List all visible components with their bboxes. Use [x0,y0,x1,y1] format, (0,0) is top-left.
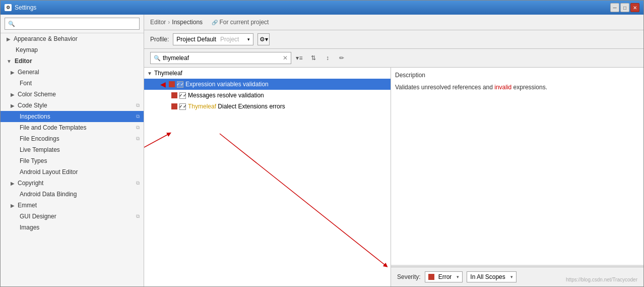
sidebar-item-label: Appearance & Behavior [14,35,78,42]
tree-checkbox[interactable]: ✓ [179,92,186,99]
collapse-all-button[interactable]: ↕ [321,52,334,64]
watermark: https://blog.csdn.net/Tracycoder [566,277,637,282]
link-icon: 🔗 [212,20,218,25]
sidebar-search-box[interactable]: 🔍 [5,18,140,30]
sidebar-item-filetypes[interactable]: File Types [1,155,144,166]
sidebar-search-input[interactable] [17,20,136,27]
severity-color-box [169,81,175,87]
sidebar-item-fileencodings[interactable]: File Encodings ⧉ [1,133,144,144]
sidebar-item-copyright[interactable]: ▶ Copyright ⧉ [1,178,144,189]
copy-icon: ⧉ [136,125,140,131]
severity-color-box [171,103,177,109]
search-icon: 🔍 [8,21,15,27]
chevron-right-icon: ▶ [11,103,15,108]
desc-panel-wrapper: Description Validates unresolved referen… [391,68,643,286]
settings-window: ⚙ Settings ─ □ ✕ 🔍 ▶ Appearance & Behavi… [0,0,644,287]
severity-arrow-icon: ▾ [457,274,459,279]
sidebar-item-label: Code Style [18,102,47,109]
breadcrumb-editor[interactable]: Editor [150,19,166,26]
breadcrumb-current: Inspections [172,19,203,26]
tree-item-msg-resolve[interactable]: ✓ Messages resolve validation [144,90,391,101]
search-field[interactable]: 🔍 ✕ [150,52,291,64]
right-panel: Editor › Inspections 🔗 For current proje… [144,15,643,286]
title-bar: ⚙ Settings ─ □ ✕ [1,1,643,15]
sidebar-item-androidlayout[interactable]: Android Layout Editor [1,166,144,178]
copy-icon: ⧉ [136,102,140,108]
chevron-down-icon: ▼ [147,71,152,76]
maximize-button[interactable]: □ [620,3,629,12]
profile-bar: Profile: Project Default Project ▾ ⚙▾ [144,30,643,49]
expand-all-icon: ⇅ [311,54,316,62]
profile-gear-button[interactable]: ⚙▾ [257,33,270,45]
search-input[interactable] [163,54,281,62]
sidebar-item-label: Keymap [16,46,38,53]
scope-label: In All Scopes [470,273,505,280]
thymeleaf-label: Thymeleaf [154,70,182,77]
error-label: Error [438,273,452,280]
search-clear-button[interactable]: ✕ [283,54,288,62]
minimize-button[interactable]: ─ [610,3,619,12]
sidebar-item-emmet[interactable]: ▶ Emmet [1,200,144,211]
sidebar-item-images[interactable]: Images [1,222,144,233]
desc-text-before: Validates unresolved references and [395,84,494,91]
sidebar-item-androiddatabinding[interactable]: Android Data Binding [1,189,144,200]
sidebar-search-area: 🔍 [1,15,144,33]
scope-select[interactable]: In All Scopes ▾ [467,271,516,282]
description-title: Description [395,72,639,79]
chevron-right-icon: ▶ [11,181,15,186]
sidebar-item-editor[interactable]: ▼ Editor [1,55,144,67]
breadcrumb-separator: › [168,19,170,26]
profile-select[interactable]: Project Default Project ▾ [173,33,253,45]
severity-color-box [171,92,177,98]
copy-icon: ⧉ [136,213,140,219]
sidebar-item-codestyle[interactable]: ▶ Code Style ⧉ [1,100,144,111]
close-button[interactable]: ✕ [630,3,639,12]
sidebar-item-livetemplates[interactable]: Live Templates [1,144,144,155]
severity-select[interactable]: Error ▾ [425,271,463,282]
tree-checkbox[interactable]: ✓ [179,103,186,110]
window-controls: ─ □ ✕ [610,3,639,12]
right-header: Editor › Inspections 🔗 For current proje… [144,15,643,30]
sidebar-item-guidesigner[interactable]: GUI Designer ⧉ [1,211,144,222]
copy-icon: ⧉ [136,136,140,142]
sidebar-item-colorscheme[interactable]: ▶ Color Scheme [1,89,144,100]
sidebar-item-fileandcode[interactable]: File and Code Templates ⧉ [1,122,144,133]
expand-all-button[interactable]: ⇅ [307,52,319,64]
sidebar-item-keymap[interactable]: Keymap [1,44,144,55]
tree-item-expr-val[interactable]: ◀ ✓ Expression variables validation [144,79,391,90]
desc-text-highlight: invalid [494,84,511,91]
copy-icon: ⧉ [136,180,140,186]
tree-item-label: Messages resolve validation [188,92,264,99]
tree-item-dialect-ext[interactable]: ✓ Thymeleaf Dialect Extensions errors [144,101,391,112]
tree-item-label: Thymeleaf Dialect Extensions errors [188,103,285,110]
sidebar-item-font[interactable]: Font [1,78,144,89]
chevron-right-icon: ▶ [7,36,11,42]
sidebar-item-label: Copyright [18,180,43,187]
search-bar: 🔍 ✕ ▾≡ ⇅ ↕ ✏ [144,49,643,68]
sidebar-item-label: Emmet [18,202,37,209]
scope-arrow-icon: ▾ [510,274,513,279]
tree-checkbox[interactable]: ✓ [177,81,183,88]
tree-panel: ▼ Thymeleaf ◀ ✓ Expression variables val… [144,68,391,286]
tree-group-thymeleaf[interactable]: ▼ Thymeleaf [144,68,391,79]
sidebar-item-label: Editor [15,58,32,65]
description-text: Validates unresolved references and inva… [395,83,639,92]
filter-button[interactable]: ▾≡ [293,52,305,64]
profile-muted: Project [220,36,239,43]
main-content: 🔍 ▶ Appearance & Behavior Keymap ▼ Edito… [1,15,643,286]
select-arrow-icon: ▾ [247,37,250,42]
sidebar-item-label: GUI Designer [20,213,56,220]
tree-group-label: Thymeleaf [154,70,182,77]
sidebar-item-appearance[interactable]: ▶ Appearance & Behavior [1,33,144,44]
severity-label: Severity: [397,273,421,280]
arrow-icon: ◀ [160,80,166,88]
for-current-project-link[interactable]: 🔗 For current project [212,19,269,26]
sidebar-item-label: Font [20,80,32,87]
inspections-area: 🔍 ✕ ▾≡ ⇅ ↕ ✏ [144,49,643,286]
sidebar-item-general[interactable]: ▶ General [1,67,144,78]
sidebar-item-inspections[interactable]: Inspections ⧉ [1,111,144,122]
sidebar-item-label: Images [20,224,39,231]
search-icon: 🔍 [154,55,161,62]
sidebar-item-label: File Encodings [20,135,59,142]
edit-button[interactable]: ✏ [336,52,348,64]
